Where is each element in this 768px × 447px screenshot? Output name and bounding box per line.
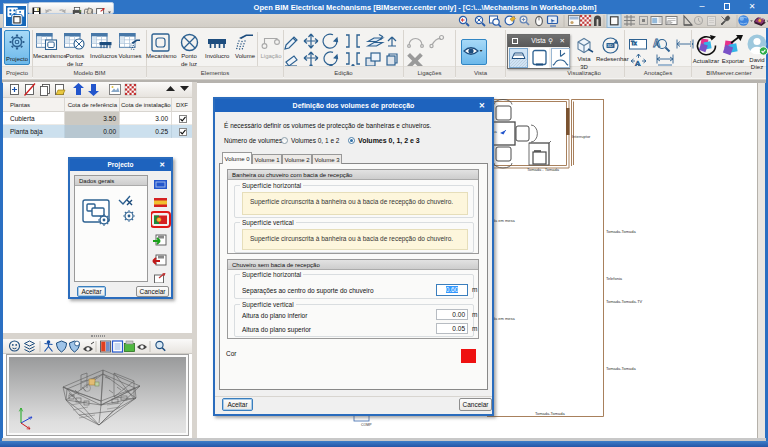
svg-text:Tomada-Tomada: Tomada-Tomada	[606, 366, 637, 371]
svg-text:3D: 3D	[607, 43, 612, 48]
svg-text:Telefonia: Telefonia	[606, 276, 623, 281]
svg-text:Interruptor: Interruptor	[572, 134, 591, 139]
svg-text:Tomada-Tomada-TV: Tomada-Tomada-TV	[606, 299, 643, 304]
svg-text:Tx: Tx	[631, 40, 637, 46]
svg-text:Tomada - Tomada: Tomada - Tomada	[527, 167, 560, 172]
svg-text:Tomada-Tomada: Tomada-Tomada	[535, 411, 566, 416]
svg-text:COMP: COMP	[361, 423, 372, 427]
svg-text:Tomada-Tomada: Tomada-Tomada	[606, 229, 637, 234]
